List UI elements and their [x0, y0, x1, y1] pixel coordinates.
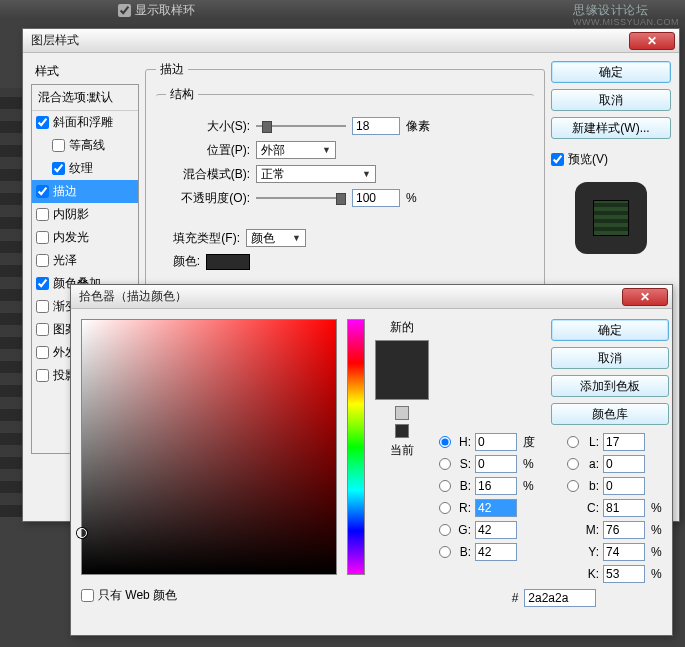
a-radio[interactable]: [567, 458, 579, 470]
style-item-label: 等高线: [69, 137, 105, 154]
color-libraries-button[interactable]: 颜色库: [551, 403, 669, 425]
picker-cancel-button[interactable]: 取消: [551, 347, 669, 369]
saturation-value-field[interactable]: [81, 319, 337, 575]
stroke-group-title: 描边: [156, 61, 188, 78]
bh-input[interactable]: [475, 477, 517, 495]
b-radio[interactable]: [567, 480, 579, 492]
g-radio[interactable]: [439, 524, 451, 536]
layer-styles-title: 图层样式: [31, 32, 629, 49]
preview-label: 预览(V): [568, 151, 608, 168]
b-input[interactable]: [603, 477, 645, 495]
size-slider[interactable]: [256, 119, 346, 133]
style-item-4[interactable]: 内阴影: [32, 203, 138, 226]
style-item-label: 光泽: [53, 252, 77, 269]
cancel-button[interactable]: 取消: [551, 89, 671, 111]
bv-input[interactable]: [475, 543, 517, 561]
blend-options-row[interactable]: 混合选项:默认: [32, 85, 138, 111]
hue-slider[interactable]: [347, 319, 365, 575]
layer-styles-titlebar[interactable]: 图层样式 ✕: [23, 29, 679, 53]
close-button[interactable]: ✕: [622, 288, 668, 306]
blendmode-label: 混合模式(B):: [166, 166, 250, 183]
ok-button[interactable]: 确定: [551, 61, 671, 83]
new-color-swatch: [376, 341, 428, 370]
blendmode-select[interactable]: 正常▼: [256, 165, 376, 183]
l-input[interactable]: [603, 433, 645, 451]
picker-ok-button[interactable]: 确定: [551, 319, 669, 341]
g-input[interactable]: [475, 521, 517, 539]
style-checkbox[interactable]: [36, 254, 49, 267]
m-input[interactable]: [603, 521, 645, 539]
show-sample-ring-label: 显示取样环: [135, 2, 195, 19]
web-only-checkbox[interactable]: [81, 589, 94, 602]
r-radio[interactable]: [439, 502, 451, 514]
show-sample-ring-checkbox[interactable]: [118, 4, 131, 17]
chevron-down-icon: ▼: [292, 233, 301, 243]
stroke-fieldset: 描边 结构 大小(S): 像素 位置(P): 外部▼ 混合模式(B):: [145, 61, 545, 287]
opacity-slider[interactable]: [256, 191, 346, 205]
style-checkbox[interactable]: [52, 139, 65, 152]
cube-icon[interactable]: [395, 406, 409, 420]
style-item-label: 纹理: [69, 160, 93, 177]
l-radio[interactable]: [567, 436, 579, 448]
opacity-unit: %: [406, 191, 417, 205]
watermark: 思缘设计论坛 WWW.MISSYUAN.COM: [573, 2, 679, 27]
structure-fieldset: 结构 大小(S): 像素 位置(P): 外部▼ 混合模式(B): 正常▼: [156, 86, 534, 223]
style-item-3[interactable]: 描边: [32, 180, 138, 203]
style-item-5[interactable]: 内发光: [32, 226, 138, 249]
close-button[interactable]: ✕: [629, 32, 675, 50]
c-input[interactable]: [603, 499, 645, 517]
h-radio[interactable]: [439, 436, 451, 448]
a-input[interactable]: [603, 455, 645, 473]
add-to-swatches-button[interactable]: 添加到色板: [551, 375, 669, 397]
style-checkbox[interactable]: [36, 346, 49, 359]
bv-radio[interactable]: [439, 546, 451, 558]
style-item-0[interactable]: 斜面和浮雕: [32, 111, 138, 134]
chevron-down-icon: ▼: [322, 145, 331, 155]
style-checkbox[interactable]: [36, 300, 49, 313]
opacity-input[interactable]: [352, 189, 400, 207]
bh-radio[interactable]: [439, 480, 451, 492]
y-input[interactable]: [603, 543, 645, 561]
preview-checkbox[interactable]: [551, 153, 564, 166]
color-compare-swatch[interactable]: [375, 340, 429, 400]
style-checkbox[interactable]: [36, 208, 49, 221]
current-color-swatch: [376, 370, 428, 399]
style-checkbox[interactable]: [36, 369, 49, 382]
color-picker-titlebar[interactable]: 拾色器（描边颜色） ✕: [71, 285, 672, 309]
style-item-2[interactable]: 纹理: [32, 157, 138, 180]
new-style-button[interactable]: 新建样式(W)...: [551, 117, 671, 139]
stroke-color-swatch[interactable]: [206, 254, 250, 270]
structure-title: 结构: [166, 86, 198, 103]
style-checkbox[interactable]: [52, 162, 65, 175]
color-picker-dialog: 拾色器（描边颜色） ✕ 只有 Web 颜色 新的 当前: [70, 284, 673, 636]
web-only-label: 只有 Web 颜色: [98, 587, 177, 604]
web-safe-icon[interactable]: [395, 424, 409, 438]
filltype-select[interactable]: 颜色▼: [246, 229, 306, 247]
new-color-label: 新的: [390, 319, 414, 336]
style-checkbox[interactable]: [36, 185, 49, 198]
color-label: 颜色:: [156, 253, 200, 270]
filltype-label: 填充类型(F):: [156, 230, 240, 247]
color-cursor-icon: [77, 528, 87, 538]
h-input[interactable]: [475, 433, 517, 451]
r-input[interactable]: [475, 499, 517, 517]
style-item-1[interactable]: 等高线: [32, 134, 138, 157]
color-fields-grid: H:度 .L: S:% .a: B:% .b: R: .C:% G: .M:% …: [439, 433, 669, 583]
style-item-6[interactable]: 光泽: [32, 249, 138, 272]
style-item-label: 斜面和浮雕: [53, 114, 113, 131]
hex-input[interactable]: [524, 589, 596, 607]
style-checkbox[interactable]: [36, 116, 49, 129]
style-checkbox[interactable]: [36, 231, 49, 244]
styles-heading: 样式: [31, 61, 139, 84]
s-radio[interactable]: [439, 458, 451, 470]
size-input[interactable]: [352, 117, 400, 135]
style-item-label: 内阴影: [53, 206, 89, 223]
style-item-label: 内发光: [53, 229, 89, 246]
style-checkbox[interactable]: [36, 277, 49, 290]
hex-label: #: [512, 591, 519, 605]
s-input[interactable]: [475, 455, 517, 473]
style-checkbox[interactable]: [36, 323, 49, 336]
position-select[interactable]: 外部▼: [256, 141, 336, 159]
k-input[interactable]: [603, 565, 645, 583]
size-unit: 像素: [406, 118, 430, 135]
